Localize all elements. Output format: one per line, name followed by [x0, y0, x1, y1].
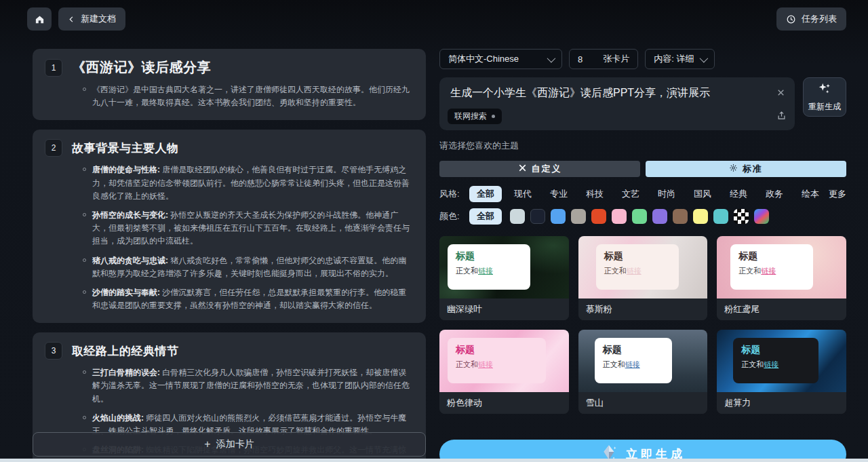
theme-name: 超算力	[717, 392, 846, 414]
outline-card-list: 1 《西游记》读后感分享 《西游记》是中国古典四大名著之一，讲述了唐僧师徒四人西…	[33, 49, 426, 462]
color-swatch-black-white[interactable]	[734, 209, 749, 224]
card-title: 取经路上的经典情节	[72, 343, 179, 359]
clear-prompt-button[interactable]	[776, 88, 785, 99]
theme-card[interactable]: 标题 正文和链接 幽深绿叶	[439, 236, 569, 320]
color-swatch-blue[interactable]	[551, 209, 566, 224]
color-filter-label: 颜色:	[439, 210, 469, 223]
color-swatch-light-gray[interactable]	[510, 209, 525, 224]
style-options: 全部 现代 专业 科技 文艺 时尚 国风 经典 政务 绘本 自	[469, 186, 829, 202]
tab-standard-label: 标准	[743, 163, 763, 175]
preview-body-text: 正文和	[604, 267, 627, 275]
more-styles-button[interactable]: 更多	[829, 188, 846, 200]
bullet-lead: 三打白骨精的误会:	[92, 368, 162, 377]
style-option[interactable]: 政务	[766, 186, 783, 202]
preview-body: 正文和链接	[741, 360, 810, 370]
theme-preview-slide: 标题 正文和链接	[730, 244, 813, 290]
prompt-footer: 联网搜索	[448, 109, 787, 124]
color-swatch-teal[interactable]	[713, 209, 728, 224]
style-option[interactable]: 国风	[694, 186, 711, 202]
tab-custom[interactable]: 自定义	[439, 161, 640, 177]
topbar: 新建文档 任务列表	[0, 0, 868, 38]
tab-custom-label: 自定义	[532, 163, 562, 175]
preview-body: 正文和链接	[456, 360, 538, 370]
style-option[interactable]: 现代	[514, 186, 532, 202]
style-option[interactable]: 全部	[469, 186, 502, 202]
share-upload-icon	[776, 113, 787, 123]
task-list-button[interactable]: 任务列表	[776, 7, 846, 31]
outline-card[interactable]: 1 《西游记》读后感分享 《西游记》是中国古典四大名著之一，讲述了唐僧师徒四人西…	[33, 49, 426, 120]
color-swatch-green[interactable]	[632, 209, 647, 224]
generation-panel: 简体中文-Chinese 8 张卡片 内容: 详细 生成一个小学生《西游记》读后…	[439, 49, 846, 462]
color-swatch-dark-navy[interactable]	[530, 209, 545, 224]
preview-body: 正文和链接	[738, 266, 805, 276]
theme-preview-slide: 标题 正文和链接	[448, 244, 530, 290]
outline-card[interactable]: 2 故事背景与主要人物 唐僧的使命与性格: 唐僧是取经团队的核心，他善良但有时过…	[33, 130, 426, 323]
tab-standard[interactable]: 标准	[646, 161, 846, 177]
bottom-strip	[0, 459, 868, 462]
theme-card[interactable]: 标题 正文和链接 雪山	[578, 330, 708, 414]
preview-link: 链接	[478, 360, 493, 368]
card-title: 《西游记》读后感分享	[72, 58, 211, 77]
add-card-button[interactable]: + 添加卡片	[33, 432, 426, 457]
preview-body-text: 正文和	[738, 267, 761, 275]
bullet-lead: 火焰山的挑战:	[92, 413, 146, 423]
theme-preview-slide: 标题 正文和链接	[733, 338, 818, 383]
main-content: 1 《西游记》读后感分享 《西游记》是中国古典四大名著之一，讲述了唐僧师徒四人西…	[0, 38, 868, 462]
bullet-marker-icon	[83, 168, 86, 171]
theme-card[interactable]: 标题 正文和链接 超算力	[717, 330, 846, 414]
theme-tabs: 自定义 标准	[439, 161, 846, 177]
color-swatch-orange-red[interactable]	[591, 209, 606, 224]
card-count-control[interactable]: 8 张卡片	[569, 49, 638, 69]
style-option[interactable]: 科技	[586, 186, 604, 202]
theme-card[interactable]: 标题 正文和链接 粉色律动	[439, 330, 569, 414]
color-swatch-brown[interactable]	[673, 209, 688, 224]
content-detail-select[interactable]: 内容: 详细	[645, 49, 714, 69]
export-button[interactable]	[776, 111, 787, 123]
preview-body-text: 正文和	[456, 267, 478, 275]
theme-thumbnail: 标题 正文和链接	[717, 330, 846, 392]
card-number: 1	[45, 59, 62, 77]
style-option[interactable]: 经典	[730, 186, 747, 202]
gear-icon	[729, 163, 738, 174]
color-swatch-gray[interactable]	[571, 209, 586, 224]
language-select[interactable]: 简体中文-Chinese	[439, 49, 562, 69]
theme-chooser: 请选择您喜欢的主题 自定义 标准	[439, 140, 846, 439]
card-count-value[interactable]: 8	[578, 54, 583, 64]
bullet-item: 三打白骨精的误会: 白骨精三次化身凡人欺骗唐僧，孙悟空识破并打死妖怪，却被唐僧误…	[83, 366, 414, 406]
color-all-button[interactable]: 全部	[469, 208, 502, 225]
theme-preview-slide: 标题 正文和链接	[448, 338, 546, 383]
bullet-marker-icon	[83, 370, 86, 374]
style-option[interactable]: 时尚	[658, 186, 675, 202]
style-filter-row: 风格: 全部 现代 专业 科技 文艺 时尚 国风 经典 政务 绘本 自 更多	[439, 186, 846, 202]
preview-body-text: 正文和	[456, 360, 478, 368]
home-button[interactable]	[27, 7, 52, 31]
prompt-text[interactable]: 生成一个小学生《西游记》读后感PPT分享，演讲展示	[450, 86, 768, 100]
web-search-toggle[interactable]: 联网搜索	[448, 109, 502, 124]
preview-title: 标题	[741, 344, 810, 356]
style-option[interactable]: 绘本	[802, 186, 819, 202]
theme-card-grid: 标题 正文和链接 幽深绿叶 标题 正文和链接 慕斯粉 标题 正文和链接 粉红鸢尾…	[439, 236, 846, 414]
web-search-label: 联网搜索	[454, 111, 487, 122]
regenerate-button[interactable]: 重新生成	[803, 77, 846, 117]
topbar-left: 新建文档	[27, 7, 125, 31]
theme-thumbnail: 标题 正文和链接	[717, 236, 846, 299]
theme-card[interactable]: 标题 正文和链接 慕斯粉	[578, 236, 708, 320]
color-swatch-yellow[interactable]	[693, 209, 708, 224]
back-button[interactable]: 新建文档	[58, 7, 125, 31]
color-swatch-pink[interactable]	[612, 209, 627, 224]
theme-card[interactable]: 标题 正文和链接 粉红鸢尾	[717, 236, 846, 320]
theme-preview-slide: 标题 正文和链接	[596, 244, 679, 290]
theme-thumbnail: 标题 正文和链接	[439, 330, 569, 392]
theme-thumbnail: 标题 正文和链接	[578, 330, 708, 392]
prompt-input[interactable]: 生成一个小学生《西游记》读后感PPT分享，演讲展示 联网搜索	[439, 77, 795, 130]
style-option[interactable]: 专业	[550, 186, 568, 202]
color-swatch-purple[interactable]	[652, 209, 667, 224]
color-swatch-multicolor[interactable]	[754, 209, 769, 224]
tools-icon	[518, 163, 527, 174]
preview-body-text: 正文和	[741, 360, 764, 368]
bullet-item: 《西游记》是中国古典四大名著之一，讲述了唐僧师徒四人西天取经的故事。他们历经九九…	[83, 83, 414, 109]
swatch-list	[510, 209, 769, 224]
style-option[interactable]: 文艺	[622, 186, 639, 202]
app-window: 新建文档 任务列表 1 《西游记》读后感分享 《西游记》是中国古典四大名著之一，…	[0, 0, 868, 462]
bullet-marker-icon	[83, 213, 86, 216]
